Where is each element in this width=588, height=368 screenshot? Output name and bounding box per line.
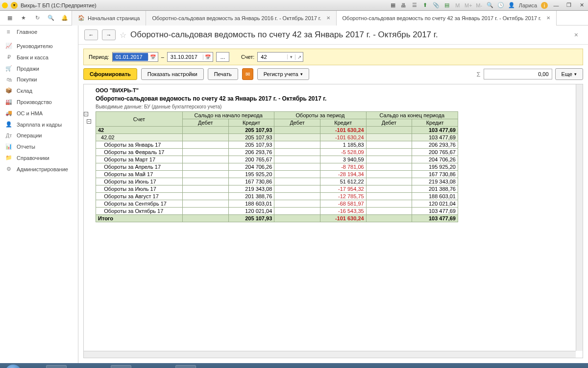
sum-field[interactable]	[484, 69, 552, 79]
table-row[interactable]: Обороты за Июнь 17167 730,8651 612,22219…	[96, 178, 458, 185]
sidebar-item[interactable]: 🏭Производство	[0, 96, 78, 107]
page-close-icon[interactable]: ×	[570, 31, 582, 39]
sidebar-item[interactable]: ⚙Администрирование	[0, 163, 78, 175]
tab-osv-all[interactable]: Оборотно-сальдовая ведомость за Январь 2…	[146, 11, 336, 26]
account-label: Счет:	[241, 54, 254, 60]
toolbar-calc-icon[interactable]: ▤	[443, 2, 450, 9]
scrollbar-vertical[interactable]	[576, 84, 583, 351]
toolbar-up-icon[interactable]: ⬆	[422, 2, 429, 9]
table-row[interactable]: Обороты за Июль 17219 343,08-17 954,3220…	[96, 185, 458, 193]
table-row[interactable]: Обороты за Январь 17205 107,931 185,8320…	[96, 141, 458, 149]
sidebar-item[interactable]: 🛒Продажи	[0, 63, 78, 74]
sidebar-header[interactable]: ≡ Главное	[0, 26, 78, 38]
report-subtitle: Выводимые данные: БУ (данные бухгалтерск…	[96, 104, 579, 111]
task-ie[interactable]: e	[24, 365, 45, 368]
more-button[interactable]: Еще ▾	[555, 68, 583, 80]
sidebar-item-icon: 🏭	[5, 99, 13, 105]
table-row[interactable]: Итого205 107,93-101 630,24103 477,69	[96, 215, 458, 222]
tab-close-icon[interactable]: ✕	[326, 15, 330, 21]
toolbar-m-plus[interactable]: М+	[465, 2, 472, 9]
table-row[interactable]: 42205 107,93-101 630,24103 477,69	[96, 127, 458, 134]
toolbar-print-icon[interactable]: 🖶	[400, 2, 407, 9]
table-row[interactable]: Обороты за Сентябрь 17188 603,01-68 581,…	[96, 200, 458, 208]
sidebar: ≡ Главное 📈Руководителю₽Банк и касса🛒Про…	[0, 26, 78, 363]
sidebar-item[interactable]: 📦Склад	[0, 85, 78, 96]
show-settings-button[interactable]: Показать настройки	[141, 68, 204, 80]
email-button[interactable]: ✉	[242, 68, 253, 80]
apps-icon[interactable]: ▦	[3, 11, 17, 25]
collapse-icon[interactable]: −	[84, 112, 88, 116]
toolbar-grid-icon[interactable]: ▦	[390, 2, 396, 9]
nav-back-button[interactable]: ←	[84, 29, 98, 40]
sidebar-item[interactable]: 🚚ОС и НМА	[0, 107, 78, 119]
sidebar-item-icon: 👤	[5, 121, 13, 128]
calendar-icon[interactable]: 📅	[203, 54, 213, 60]
window-maximize-icon[interactable]: ❐	[564, 1, 573, 9]
calendar-icon[interactable]: 📅	[148, 54, 158, 60]
dropdown-icon[interactable]: ▾	[11, 2, 18, 9]
sidebar-item[interactable]: 📊Отчеты	[0, 141, 78, 152]
task-explorer[interactable]: 📁	[46, 365, 67, 368]
chevron-down-icon: ▾	[574, 72, 577, 77]
toolbar-clip-icon[interactable]: 📎	[433, 2, 440, 9]
collapse-icon[interactable]: −	[87, 119, 91, 124]
toolbar-user-icon[interactable]: 👤	[508, 2, 515, 9]
period-select-button[interactable]: ...	[216, 52, 229, 62]
table-row[interactable]: 42.02205 107,93-101 630,24103 477,69	[96, 134, 458, 141]
toolbar-zoom-icon[interactable]: 🔍	[487, 2, 493, 9]
bell-icon[interactable]: 🔔	[58, 11, 72, 25]
print-button[interactable]: Печать	[208, 68, 238, 80]
sidebar-item[interactable]: 📁Справочники	[0, 152, 78, 163]
task-1c[interactable]: 1C	[111, 365, 131, 368]
tab-home[interactable]: 🏠 Начальная страница	[72, 11, 146, 26]
nav-forward-button[interactable]: →	[102, 29, 116, 40]
table-row[interactable]: Обороты за Май 17195 925,20-28 194,34167…	[96, 171, 458, 178]
window-title: Вихрь-Т БП (1С:Предприятие)	[21, 2, 97, 8]
task-chrome[interactable]: 🔵	[89, 365, 110, 368]
account-input[interactable]	[258, 53, 287, 61]
search-icon[interactable]: 🔍	[44, 11, 58, 25]
toolbar-info-icon[interactable]: i	[541, 2, 548, 9]
sidebar-item[interactable]: ₽Банк и касса	[0, 52, 78, 63]
window-close-icon[interactable]: ✕	[577, 1, 586, 9]
date-from-input[interactable]	[113, 53, 148, 61]
account-field[interactable]: ▾ ↗	[257, 52, 303, 62]
sidebar-item-label: Производство	[17, 99, 52, 105]
external-link-icon[interactable]: ↗	[295, 54, 303, 60]
task-y2[interactable]: Y	[154, 365, 174, 368]
table-row[interactable]: Обороты за Август 17201 388,76-12 785,75…	[96, 193, 458, 200]
table-row[interactable]: Обороты за Апрель 17204 706,26-8 781,061…	[96, 163, 458, 171]
col-closing: Сальдо на конец периода	[366, 112, 458, 119]
star-outline-icon[interactable]: ☆	[120, 30, 126, 40]
scrollbar-horizontal[interactable]	[84, 351, 576, 358]
toolbar-clock-icon[interactable]: 🕓	[497, 2, 504, 9]
toolbar-m[interactable]: М	[454, 2, 461, 9]
tab-osv-42[interactable]: Оборотно-сальдовая ведомость по счету 42…	[337, 11, 557, 26]
favorite-icon[interactable]: ★	[17, 11, 30, 25]
register-button[interactable]: Регистр учета ▾	[257, 68, 309, 80]
date-from-field[interactable]: 📅	[112, 52, 158, 62]
table-row[interactable]: Обороты за Февраль 17206 293,76-5 528,09…	[96, 149, 458, 156]
history-icon[interactable]: ↻	[30, 11, 44, 25]
date-to-input[interactable]	[168, 53, 203, 61]
task-word[interactable]: W	[68, 365, 88, 368]
toolbar-m-minus[interactable]: М-	[476, 2, 483, 9]
tabs-strip: 🏠 Начальная страница Оборотно-сальдовая …	[72, 11, 588, 26]
col-opening: Сальдо на начало периода	[182, 112, 274, 119]
table-row[interactable]: Обороты за Октябрь 17120 021,04-16 543,3…	[96, 208, 458, 215]
date-to-field[interactable]: 📅	[167, 52, 213, 62]
sidebar-item[interactable]: ДтОперации	[0, 130, 78, 141]
task-paint[interactable]: 🎨	[175, 365, 196, 368]
sidebar-item[interactable]: 📈Руководителю	[0, 40, 78, 52]
start-button[interactable]: ⊞	[3, 364, 24, 368]
form-button[interactable]: Сформировать	[83, 68, 137, 80]
sidebar-item[interactable]: 👤Зарплата и кадры	[0, 119, 78, 130]
chevron-down-icon[interactable]: ▾	[287, 54, 295, 59]
sidebar-item[interactable]: 🛍Покупки	[0, 74, 78, 85]
table-row[interactable]: Обороты за Март 17200 765,673 940,59204 …	[96, 156, 458, 163]
task-yandex[interactable]: Я	[132, 365, 153, 368]
tab-close-icon[interactable]: ✕	[546, 15, 550, 21]
window-minimize-icon[interactable]: —	[552, 1, 561, 9]
col-account: Счет	[96, 112, 183, 127]
toolbar-doc-icon[interactable]: ☰	[411, 2, 418, 9]
